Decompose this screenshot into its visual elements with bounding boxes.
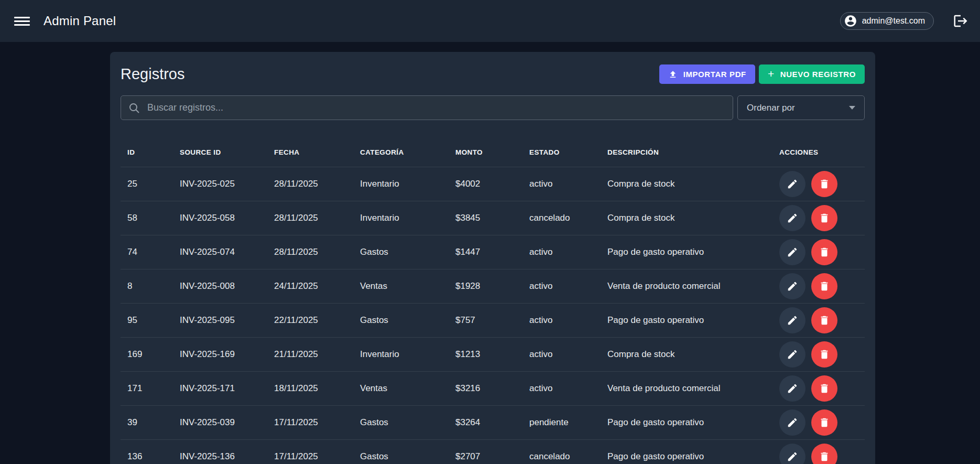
cell-monto: $1213	[449, 338, 522, 372]
new-record-button[interactable]: + NUEVO REGISTRO	[759, 64, 865, 84]
cell-monto: $3264	[449, 406, 522, 440]
cell-source-id: INV-2025-039	[173, 406, 267, 440]
cell-monto: $1928	[449, 269, 522, 304]
cell-estado: activo	[522, 372, 601, 406]
table-row: 25INV-2025-02528/11/2025Inventario$4002a…	[121, 167, 865, 201]
table-row: 74INV-2025-07428/11/2025Gastos$1447activ…	[121, 235, 865, 269]
import-pdf-button[interactable]: IMPORTAR PDF	[659, 64, 755, 84]
logout-button[interactable]	[953, 13, 968, 29]
cell-id: 58	[121, 201, 173, 235]
search-icon	[128, 102, 140, 114]
cell-descripcion: Pago de gasto operativo	[601, 304, 772, 338]
col-header-monto: MONTO	[449, 138, 522, 167]
cell-source-id: INV-2025-058	[173, 201, 267, 235]
topbar: Admin Panel admin@test.com	[0, 0, 980, 42]
user-email-badge[interactable]: admin@test.com	[840, 12, 934, 30]
delete-row-button[interactable]	[811, 239, 837, 265]
chevron-down-icon	[849, 106, 855, 110]
pencil-icon	[787, 178, 798, 190]
cell-id: 171	[121, 372, 173, 406]
toolbar: Ordenar por	[121, 95, 865, 120]
row-actions	[779, 444, 858, 464]
cell-fecha: 17/11/2025	[267, 440, 353, 464]
col-header-estado: ESTADO	[522, 138, 601, 167]
cell-source-id: INV-2025-095	[173, 304, 267, 338]
delete-row-button[interactable]	[811, 375, 837, 402]
delete-row-button[interactable]	[811, 205, 837, 231]
cell-id: 74	[121, 235, 173, 269]
cell-fecha: 18/11/2025	[267, 372, 353, 406]
sort-select[interactable]: Ordenar por	[737, 95, 865, 120]
cell-fecha: 21/11/2025	[267, 338, 353, 372]
new-record-label: NUEVO REGISTRO	[780, 70, 856, 79]
edit-row-button[interactable]	[779, 444, 805, 464]
col-header-id: ID	[121, 138, 173, 167]
delete-row-button[interactable]	[811, 171, 837, 197]
table-row: 8INV-2025-00824/11/2025Ventas$1928activo…	[121, 269, 865, 304]
cell-descripcion: Venta de producto comercial	[601, 372, 772, 406]
cell-acciones	[772, 440, 865, 464]
cell-fecha: 24/11/2025	[267, 269, 353, 304]
user-email: admin@test.com	[862, 16, 925, 26]
delete-row-button[interactable]	[811, 444, 837, 464]
trash-icon	[819, 315, 830, 326]
cell-descripcion: Pago de gasto operativo	[601, 440, 772, 464]
table-row: 169INV-2025-16921/11/2025Inventario$1213…	[121, 338, 865, 372]
row-actions	[779, 239, 858, 265]
cell-estado: activo	[522, 235, 601, 269]
import-pdf-label: IMPORTAR PDF	[683, 70, 746, 79]
logout-icon	[953, 13, 968, 29]
cell-estado: cancelado	[522, 440, 601, 464]
cell-descripcion: Pago de gasto operativo	[601, 406, 772, 440]
cell-descripcion: Compra de stock	[601, 338, 772, 372]
search-box	[121, 95, 733, 120]
edit-row-button[interactable]	[779, 307, 805, 333]
edit-row-button[interactable]	[779, 273, 805, 299]
cell-id: 25	[121, 167, 173, 201]
edit-row-button[interactable]	[779, 239, 805, 265]
cell-monto: $757	[449, 304, 522, 338]
cell-source-id: INV-2025-169	[173, 338, 267, 372]
cell-categoria: Ventas	[353, 372, 449, 406]
col-header-descripcion: DESCRIPCIÓN	[601, 138, 772, 167]
edit-row-button[interactable]	[779, 375, 805, 402]
cell-estado: activo	[522, 167, 601, 201]
row-actions	[779, 273, 858, 299]
edit-row-button[interactable]	[779, 171, 805, 197]
hamburger-menu-icon[interactable]	[14, 12, 30, 31]
cell-acciones	[772, 304, 865, 338]
search-input[interactable]	[146, 102, 726, 114]
trash-icon	[819, 349, 830, 360]
pencil-icon	[787, 315, 798, 326]
cell-estado: activo	[522, 269, 601, 304]
cell-id: 8	[121, 269, 173, 304]
edit-row-button[interactable]	[779, 341, 805, 368]
edit-row-button[interactable]	[779, 205, 805, 231]
cell-id: 39	[121, 406, 173, 440]
pencil-icon	[787, 417, 798, 428]
cell-categoria: Inventario	[353, 167, 449, 201]
row-actions	[779, 409, 858, 436]
upload-icon	[668, 70, 678, 79]
row-actions	[779, 341, 858, 368]
delete-row-button[interactable]	[811, 409, 837, 436]
delete-row-button[interactable]	[811, 273, 837, 299]
cell-acciones	[772, 167, 865, 201]
cell-fecha: 22/11/2025	[267, 304, 353, 338]
edit-row-button[interactable]	[779, 409, 805, 436]
col-header-source-id: SOURCE ID	[173, 138, 267, 167]
table-header-row: ID SOURCE ID FECHA CATEGORÍA MONTO ESTAD…	[121, 138, 865, 167]
delete-row-button[interactable]	[811, 341, 837, 368]
trash-icon	[819, 451, 830, 462]
card-header: Registros IMPORTAR PDF + NUEVO REGISTRO	[121, 64, 865, 84]
trash-icon	[819, 178, 830, 190]
row-actions	[779, 205, 858, 231]
trash-icon	[819, 280, 830, 292]
cell-categoria: Ventas	[353, 269, 449, 304]
delete-row-button[interactable]	[811, 307, 837, 333]
cell-monto: $3845	[449, 201, 522, 235]
col-header-fecha: FECHA	[267, 138, 353, 167]
table-row: 39INV-2025-03917/11/2025Gastos$3264pendi…	[121, 406, 865, 440]
cell-source-id: INV-2025-136	[173, 440, 267, 464]
cell-estado: cancelado	[522, 201, 601, 235]
